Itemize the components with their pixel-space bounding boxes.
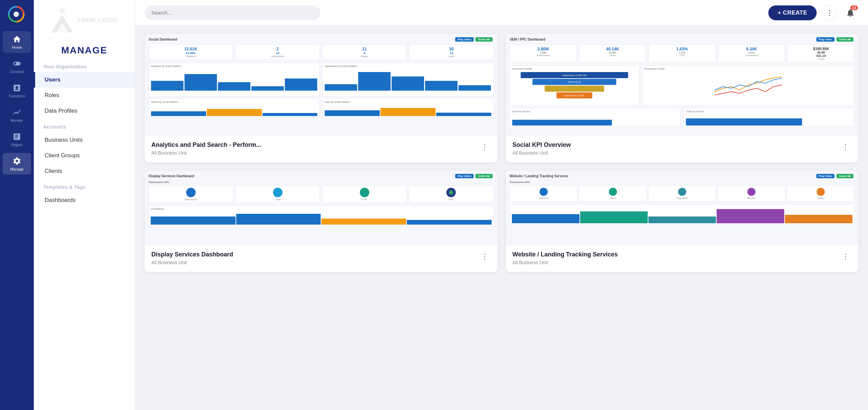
dashboard-card-2[interactable]: Display Services Dashboard Play Video Gu… [145, 170, 498, 272]
sidebar-item-manage[interactable]: Manage [3, 153, 31, 175]
dcbar-4 [407, 220, 492, 225]
sem-val-clicks: 40.14K [582, 47, 643, 51]
sidebar-item-users[interactable]: Users [34, 72, 135, 88]
sidebar-item-connect[interactable]: Connect [3, 55, 31, 77]
sidebar-item-clients[interactable]: Clients [34, 163, 135, 179]
more-options-button[interactable]: ⋮ [822, 5, 837, 20]
logo-circle [59, 8, 65, 14]
bar-gp [251, 86, 284, 91]
card-title-2: Display Services Dashboard [151, 251, 474, 258]
card-text-2: Display Services Dashboard All Business … [151, 251, 474, 265]
sem-trend-label: Performance Trend [644, 68, 852, 70]
logo-placeholder: YOUR LOGO [51, 8, 117, 32]
sidebar-item-dashboards[interactable]: Dashboards [34, 192, 135, 208]
badge-play-3: Play Video [816, 174, 835, 178]
mini-likes-label: Likes by Social Platform [325, 101, 491, 103]
metric-val-followers: 12.61K [152, 47, 230, 51]
sem-label-clicks: Clicks [582, 54, 643, 56]
card-more-button-0[interactable]: ⋮ [478, 141, 491, 152]
badge-guide-1: Guide Me [837, 37, 853, 42]
sidebar-item-home[interactable]: Home [3, 31, 31, 53]
web-label-4: Bounce [720, 197, 782, 199]
web-label-5: Goals [790, 197, 851, 199]
mini-dash-badges-2: Play Video Guide Me [455, 174, 493, 178]
card-title-3: Website / Landing Tracking Services [513, 251, 836, 258]
sidebar-item-transform[interactable]: Transform [3, 80, 31, 101]
wb-4 [717, 209, 784, 224]
mini-dash-header-1: SEM / PPC Dashboard Play Video Guide Me [510, 37, 855, 42]
badge-guide-3: Guide Me [837, 174, 853, 178]
lbar-3 [436, 113, 491, 116]
card-text-1: Social KPI Overview All Business Unit [513, 141, 836, 156]
card-text-3: Website / Landing Tracking Services All … [513, 251, 836, 265]
dcbar-3 [321, 219, 406, 225]
dcbar-2 [236, 214, 321, 225]
mini-impressions-bars [325, 69, 491, 91]
sidebar-item-report[interactable]: Report [3, 129, 31, 150]
sem-label-imp: Impressions [513, 54, 574, 56]
sem-metric-impressions: 2.80M 2.80M Impressions [510, 44, 577, 63]
display-cost-chart: Cost Metrics [149, 206, 494, 226]
metric-pct-likes: 14 [412, 51, 490, 55]
manage-icon [12, 156, 22, 166]
card-more-button-1[interactable]: ⋮ [839, 141, 852, 152]
card-more-button-3[interactable]: ⋮ [839, 251, 852, 262]
sem-val-imp: 2.80M [513, 47, 574, 51]
web-metric-3: Pageviews [648, 185, 716, 202]
app-logo[interactable] [7, 5, 26, 24]
section-label-org: Your Organization [34, 59, 135, 72]
display-circle-3 [360, 188, 369, 197]
metric-val-likes: 30 [412, 47, 490, 51]
sbar-2 [207, 109, 262, 116]
metric-label-shares: Shares [325, 55, 403, 58]
clicks-service-2-label: Clicks by Service [686, 110, 852, 113]
display-metric-1: Impressions [149, 185, 233, 203]
notifications-button[interactable]: 13 [842, 5, 859, 21]
create-button[interactable]: + CREATE [768, 5, 817, 20]
card-preview-3: Website / Landing Tracking Services Play… [506, 170, 859, 245]
bar-imp-5 [458, 85, 491, 91]
mini-followers-chart-label: Followers by Social Platform [151, 65, 317, 67]
dashboard-card-1[interactable]: SEM / PPC Dashboard Play Video Guide Me … [506, 34, 859, 162]
card-info-1: Social KPI Overview All Business Unit ⋮ [506, 135, 859, 162]
click-bar-1 [512, 120, 612, 126]
wb-3 [648, 217, 716, 223]
dashboard-card-3[interactable]: Website / Landing Tracking Services Play… [506, 170, 859, 272]
metric-pct-shares: 4 [325, 51, 403, 55]
mini-dash-title-1: SEM / PPC Dashboard [510, 38, 546, 41]
sidebar-item-data-profiles[interactable]: Data Profiles [34, 103, 135, 119]
card-more-button-2[interactable]: ⋮ [478, 251, 491, 262]
sem-funnel-label: Conversion Funnel [512, 68, 637, 70]
mini-likes-bars [325, 104, 491, 116]
lbar-2 [380, 108, 436, 116]
sidebar-item-client-groups[interactable]: Client Groups [34, 148, 135, 163]
card-subtitle-2: All Business Unit [151, 260, 474, 265]
wb-1 [512, 214, 579, 224]
sidebar-item-monitor[interactable]: Monitor [3, 104, 31, 126]
sem-metric-clicks: 40.14K 32.46K Clicks [579, 44, 646, 63]
mini-dashboard-0: Social Dashboard Play Video Guide Me 12.… [145, 34, 498, 135]
web-label-3: Pageviews [651, 197, 713, 199]
web-label-2: Users [582, 197, 644, 199]
sidebar-logo-area: YOUR LOGO [34, 0, 135, 38]
search-input[interactable] [145, 5, 320, 20]
sem-clicks-service: Clicks by Service [510, 108, 681, 127]
web-label-1: Sessions [513, 197, 575, 199]
dashboard-card-0[interactable]: Social Dashboard Play Video Guide Me 12.… [145, 34, 498, 162]
sidebar-item-business-units[interactable]: Business Units [34, 132, 135, 148]
display-cost-row: Cost Metrics [149, 206, 494, 226]
metric-label-impressions: Impressions [239, 55, 317, 58]
card-preview-1: SEM / PPC Dashboard Play Video Guide Me … [506, 34, 859, 135]
web-circle-3 [678, 188, 686, 196]
web-metric-5: Goals [787, 185, 854, 202]
mini-shares-chart: Shares by Social Platform [149, 98, 320, 117]
web-metric-row: Sessions Users Pageviews Bounce [510, 185, 855, 202]
sidebar-item-roles[interactable]: Roles [34, 88, 135, 103]
bar-imp-4 [425, 81, 457, 91]
card-title-0: Analytics and Paid Search - Perform... [151, 141, 474, 149]
transform-icon [12, 83, 22, 93]
mini-dashboard-1: SEM / PPC Dashboard Play Video Guide Me … [506, 34, 859, 135]
icon-nav: Home Connect Transform Monitor Report Ma… [0, 0, 34, 410]
sem-bottom-row: Clicks by Service Clicks by Service [510, 108, 855, 127]
web-bottom-chart [510, 204, 855, 225]
